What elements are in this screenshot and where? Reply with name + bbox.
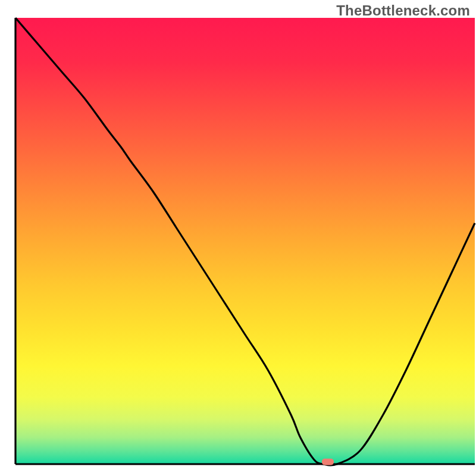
optimal-point-marker — [322, 459, 334, 465]
chart-svg — [0, 0, 476, 476]
plot-background — [15, 18, 475, 464]
watermark-text: TheBottleneck.com — [336, 2, 470, 19]
bottleneck-chart: TheBottleneck.com — [0, 0, 476, 476]
